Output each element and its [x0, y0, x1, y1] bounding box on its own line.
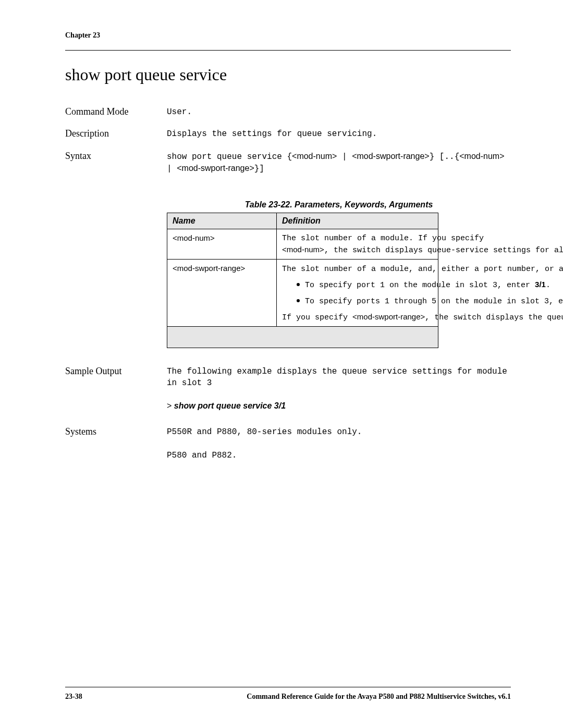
- def-text: The slot number of a module, and, either…: [282, 265, 563, 274]
- param-definition: The slot number of a module. If you spec…: [277, 229, 438, 259]
- syntax-label: Syntax: [65, 151, 167, 175]
- def-text: .: [546, 281, 550, 290]
- syntax-arg: <mod-num>: [292, 152, 337, 161]
- description-label: Description: [65, 128, 167, 140]
- def-text: The slot number of a module. If you spec…: [282, 234, 484, 243]
- command-text: show port queue service 3/1: [174, 401, 286, 410]
- syntax-arg: <mod-swport-range>: [352, 152, 430, 161]
- sample-output-row: Sample Output The following example disp…: [65, 366, 511, 389]
- book-title: Command Reference Guide for the Avaya P5…: [247, 693, 511, 701]
- systems-label: Systems: [65, 426, 167, 438]
- def-text: To specify ports 1 through 5 on the modu…: [305, 297, 563, 306]
- systems-value: P550R and P880, 80-series modules only.: [167, 426, 511, 438]
- def-text: , the switch displays the queue-service …: [425, 313, 563, 322]
- syntax-arg: <mod-num>: [459, 152, 504, 161]
- table-header-row: Name Definition: [167, 213, 438, 229]
- def-text: If you specify: [282, 313, 352, 322]
- table-row-empty: [167, 326, 438, 348]
- table-row: <mod-swport-range> The slot number of a …: [167, 259, 438, 326]
- def-emph: 3/1: [535, 280, 546, 289]
- syntax-text: |: [337, 152, 352, 162]
- page-number: 23-38: [65, 693, 82, 701]
- param-name: <mod-swport-range>: [167, 259, 277, 326]
- syntax-arg: <mod-swport-range>: [177, 164, 254, 172]
- def-text: , the switch displays queue-service sett…: [324, 246, 563, 255]
- prompt: >: [167, 401, 174, 410]
- syntax-text: }]: [254, 164, 264, 174]
- table-caption: Table 23-22. Parameters, Keywords, Argum…: [167, 200, 511, 209]
- top-rule: [65, 50, 511, 51]
- syntax-text: } [..{: [430, 152, 460, 162]
- page-title: show port queue service: [65, 65, 511, 84]
- page-footer: 23-38 Command Reference Guide for the Av…: [65, 687, 511, 701]
- param-name: <mod-num>: [167, 229, 277, 259]
- command-mode-value: User.: [167, 106, 511, 118]
- syntax-text: |: [167, 164, 177, 174]
- systems-value-2: P580 and P882.: [167, 451, 511, 460]
- syntax-value: show port queue service {<mod-num> | <mo…: [167, 151, 511, 175]
- parameters-table: Name Definition <mod-num> The slot numbe…: [167, 213, 438, 348]
- command-line: > show port queue service 3/1: [167, 401, 511, 411]
- table-row: <mod-num> The slot number of a module. I…: [167, 229, 438, 259]
- page: Chapter 23 show port queue service Comma…: [0, 0, 563, 728]
- bullet-icon: [297, 283, 300, 286]
- command-mode-label: Command Mode: [65, 106, 167, 118]
- description-row: Description Displays the settings for qu…: [65, 128, 511, 140]
- systems-row: Systems P550R and P880, 80-series module…: [65, 426, 511, 438]
- command-mode-row: Command Mode User.: [65, 106, 511, 118]
- param-definition: The slot number of a module, and, either…: [277, 259, 438, 326]
- def-arg: <mod-num>: [282, 245, 324, 254]
- syntax-text: show port queue service {: [167, 152, 292, 162]
- def-text: To specify port 1 on the module in slot …: [305, 281, 535, 290]
- sample-output-label: Sample Output: [65, 366, 167, 389]
- chapter-label: Chapter 23: [65, 31, 511, 40]
- def-arg: <mod-swport-range>: [352, 312, 425, 321]
- col-definition: Definition: [277, 213, 438, 229]
- syntax-row: Syntax show port queue service {<mod-num…: [65, 151, 511, 175]
- sample-output-value: The following example displays the queue…: [167, 366, 511, 389]
- bullet-icon: [297, 299, 300, 302]
- footer-rule: [65, 687, 511, 687]
- description-value: Displays the settings for queue servicin…: [167, 128, 511, 140]
- col-name: Name: [167, 213, 277, 229]
